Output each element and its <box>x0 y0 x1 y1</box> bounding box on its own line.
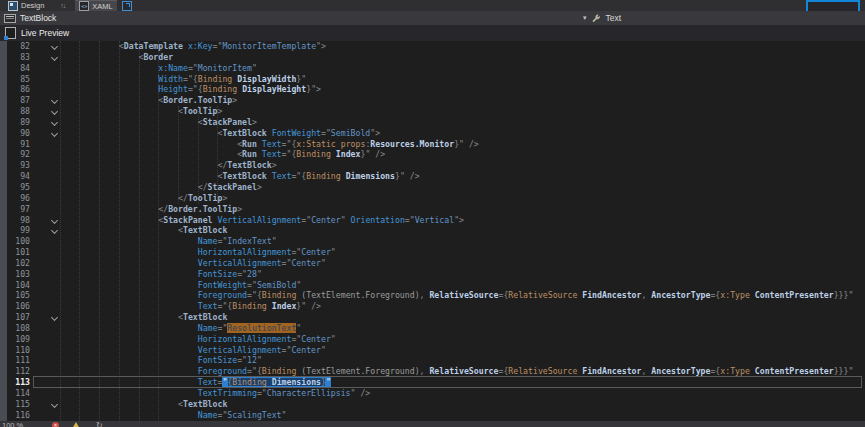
line-number: 112 <box>0 366 30 377</box>
live-preview-icon <box>5 27 16 39</box>
line-number: 95 <box>0 182 30 193</box>
code-text: Width="{Binding DisplayWidth}" <box>40 74 306 85</box>
code-text: </StackPanel> <box>40 182 262 193</box>
code-line[interactable]: 116Name="ScalingText" <box>0 410 865 421</box>
code-text: x:Name="MonitorItem" <box>40 63 257 74</box>
wrench-icon[interactable] <box>592 14 601 23</box>
code-line[interactable]: 88<ToolTip> <box>0 106 865 117</box>
line-number: 105 <box>0 290 30 301</box>
line-number: 111 <box>0 355 30 366</box>
line-number: 114 <box>0 388 30 399</box>
code-lines: 82<DataTemplate x:Key="MonitorItemTempla… <box>0 41 865 421</box>
code-text: <DataTemplate x:Key="MonitorItemTemplate… <box>40 41 326 52</box>
code-line[interactable]: 112Foreground="{Binding (TextElement.For… <box>0 366 865 377</box>
line-number: 115 <box>0 399 30 410</box>
code-line[interactable]: 113Text="{Binding Dimensions}" <box>0 377 865 388</box>
live-preview-bar: Live Preview <box>0 25 865 42</box>
popout-icon[interactable] <box>122 1 132 11</box>
code-line[interactable]: 92<Run Text="{Binding Index}" /> <box>0 149 865 160</box>
code-text: <TextBlock FontWeight="SemiBold"> <box>40 128 380 139</box>
tab-design[interactable]: Design <box>4 0 48 11</box>
code-line[interactable]: 102VerticalAlignment="Center" <box>0 258 865 269</box>
code-text: Height="{Binding DisplayHeight}"> <box>40 84 321 95</box>
code-line[interactable]: 86Height="{Binding DisplayHeight}"> <box>0 84 865 95</box>
code-text: Foreground="{Binding (TextElement.Foregr… <box>40 366 853 377</box>
code-line[interactable]: 85Width="{Binding DisplayWidth}" <box>0 74 865 85</box>
code-text: Name="ScalingText" <box>40 410 286 421</box>
swap-panes-icon[interactable]: ↑↓ <box>60 2 65 9</box>
xaml-tab-label: XAML <box>92 2 112 11</box>
design-tab-label: Design <box>21 1 44 10</box>
code-line[interactable]: 103FontSize="28" <box>0 269 865 280</box>
xaml-code-editor[interactable]: 82<DataTemplate x:Key="MonitorItemTempla… <box>0 41 865 421</box>
line-number: 86 <box>0 84 30 95</box>
line-number: 107 <box>0 312 30 323</box>
line-number: 88 <box>0 106 30 117</box>
code-line[interactable]: 111FontSize="12" <box>0 355 865 366</box>
code-line[interactable]: 91<Run Text="{x:Static props:Resources.M… <box>0 139 865 150</box>
code-line[interactable]: 89<StackPanel> <box>0 117 865 128</box>
line-number: 92 <box>0 149 30 160</box>
code-line[interactable]: 109HorizontalAlignment="Center" <box>0 334 865 345</box>
breadcrumb-bar: TextBlock ▾ Text <box>0 11 865 26</box>
line-number: 103 <box>0 269 30 280</box>
line-number: 100 <box>0 236 30 247</box>
textblock-element-icon <box>4 14 16 23</box>
code-text: </ToolTip> <box>40 193 227 204</box>
code-line[interactable]: 90<TextBlock FontWeight="SemiBold"> <box>0 128 865 139</box>
code-text: Text="{Binding Dimensions}" <box>40 377 331 388</box>
line-number: 89 <box>0 117 30 128</box>
code-line[interactable]: 93</TextBlock> <box>0 160 865 171</box>
chevron-down-icon[interactable]: ▾ <box>583 14 587 22</box>
code-line[interactable]: 110VerticalAlignment="Center" <box>0 345 865 356</box>
code-text: <Border <box>40 52 173 63</box>
code-line[interactable]: 108Name="ResolutionText" <box>0 323 865 334</box>
code-line[interactable]: 114TextTrimming="CharacterEllipsis" /> <box>0 388 865 399</box>
tab-xaml[interactable]: <> XAML <box>75 0 116 12</box>
code-line[interactable]: 104FontWeight="SemiBold" <box>0 280 865 291</box>
code-text: VerticalAlignment="Center" <box>40 345 326 356</box>
code-text: FontWeight="SemiBold" <box>40 280 301 291</box>
code-line[interactable]: 115<TextBlock <box>0 399 865 410</box>
line-number: 97 <box>0 204 30 215</box>
line-number: 102 <box>0 258 30 269</box>
code-line[interactable]: 105Foreground="{Binding (TextElement.For… <box>0 290 865 301</box>
live-preview-label: Live Preview <box>21 28 69 38</box>
code-text: HorizontalAlignment="Center" <box>40 247 336 258</box>
refresh-icon[interactable]: ↻ <box>96 421 103 427</box>
code-line[interactable]: 106Text="{Binding Index}" /> <box>0 301 865 312</box>
line-number: 84 <box>0 63 30 74</box>
error-icon[interactable]: × <box>52 422 59 427</box>
code-text: <StackPanel> <box>40 117 257 128</box>
zoom-level[interactable]: 100 % <box>2 421 23 427</box>
line-number: 82 <box>0 41 30 52</box>
xaml-tab-icon: <> <box>79 1 89 11</box>
code-line[interactable]: 82<DataTemplate x:Key="MonitorItemTempla… <box>0 41 865 52</box>
tool-label: Text <box>606 13 622 23</box>
code-line[interactable]: 98<StackPanel VerticalAlignment="Center"… <box>0 215 865 226</box>
code-line[interactable]: 107<TextBlock <box>0 312 865 323</box>
code-line[interactable]: 99<TextBlock <box>0 225 865 236</box>
code-line[interactable]: 101HorizontalAlignment="Center" <box>0 247 865 258</box>
code-text: VerticalAlignment="Center" <box>40 258 326 269</box>
code-line[interactable]: 97</Border.ToolTip> <box>0 204 865 215</box>
code-line[interactable]: 84x:Name="MonitorItem" <box>0 63 865 74</box>
code-line[interactable]: 95</StackPanel> <box>0 182 865 193</box>
code-line[interactable]: 96</ToolTip> <box>0 193 865 204</box>
warning-icon[interactable] <box>72 422 80 427</box>
status-bar-content: 100 % × ↻ <box>0 421 865 427</box>
code-line[interactable]: 94<TextBlock Text="{Binding Dimensions}"… <box>0 171 865 182</box>
line-number: 87 <box>0 95 30 106</box>
code-line[interactable]: 83<Border <box>0 52 865 63</box>
code-line[interactable]: 87<Border.ToolTip> <box>0 95 865 106</box>
line-number: 91 <box>0 139 30 150</box>
code-text: </TextBlock> <box>40 160 277 171</box>
line-number: 93 <box>0 160 30 171</box>
design-tab-icon <box>8 1 18 11</box>
line-number: 110 <box>0 345 30 356</box>
code-text: <Run Text="{Binding Index}" /> <box>40 149 385 160</box>
breadcrumb-element[interactable]: TextBlock <box>20 13 56 23</box>
code-line[interactable]: 100Name="IndexText" <box>0 236 865 247</box>
line-number: 109 <box>0 334 30 345</box>
code-text: Text="{Binding Index}" /> <box>40 301 321 312</box>
